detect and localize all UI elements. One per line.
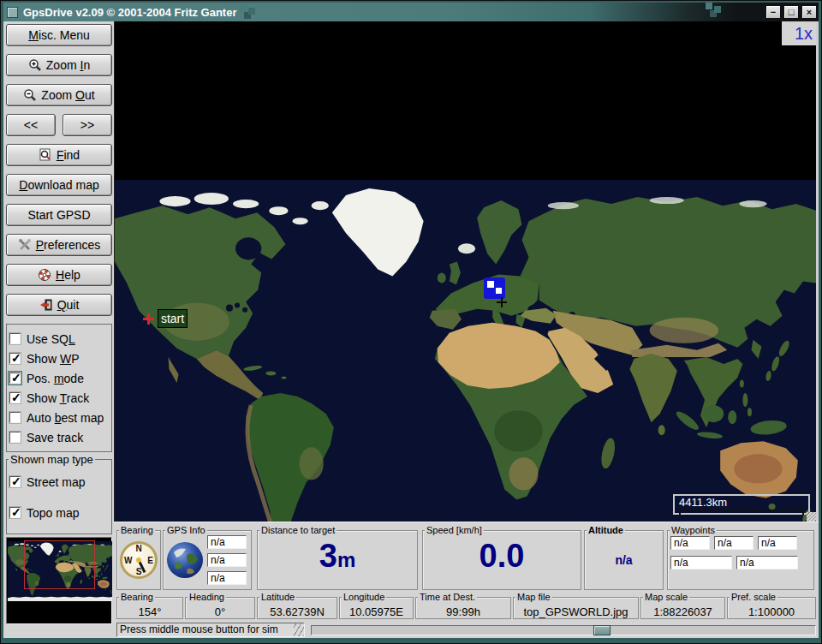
zoom-out-button[interactable]: Zoom Out xyxy=(6,84,112,106)
statusbar-message: Press middle mouse button for sim mode xyxy=(116,623,305,637)
checkbox-show-track[interactable]: Show Track xyxy=(9,388,109,408)
compass-icon: N E S W xyxy=(120,541,158,579)
position-cross-icon xyxy=(497,297,507,307)
misc-menu-button[interactable]: Misc. Menu xyxy=(6,24,112,46)
speed-value: 0.0 xyxy=(423,531,581,589)
find-button[interactable]: Find xyxy=(6,144,112,166)
world-map-image xyxy=(115,180,817,522)
checkbox-box xyxy=(9,373,21,384)
find-icon xyxy=(39,148,52,162)
start-gpsd-button[interactable]: Start GPSD xyxy=(6,204,112,226)
scale-line xyxy=(679,510,804,512)
titlebar-artifact xyxy=(240,4,247,11)
checkbox-auto-best-map[interactable]: Auto best map xyxy=(9,408,109,427)
minimap-viewport-rect xyxy=(24,540,95,589)
gps-info-frame: GPS Info n/a xyxy=(163,530,252,590)
scale-text: 4411.3km xyxy=(679,496,727,509)
zoom-out-icon xyxy=(23,88,37,102)
quit-door-icon xyxy=(39,298,53,312)
minimap-preview[interactable] xyxy=(6,537,112,624)
info-latitude-value: 53.62739N xyxy=(270,605,325,618)
gpsdrive-window: GpsDrive v2.09 © 2001-2004 Fritz Ganter … xyxy=(0,0,822,644)
bearing-frame: Bearing N E S W xyxy=(116,530,161,590)
info-longitude-frame: Longitude 10.05975E xyxy=(339,597,414,619)
info-map-scale-value: 1:88226037 xyxy=(653,605,712,618)
minimize-button[interactable]: − xyxy=(765,5,781,19)
group-title: Shown map type xyxy=(9,453,95,466)
map-area[interactable]: 1x start 4411.3km xyxy=(114,21,819,522)
info-latitude-frame: Latitude 53.62739N xyxy=(257,597,337,619)
map-scale-bar: 4411.3km xyxy=(673,494,810,515)
checkbox-pos-mode[interactable]: Pos. mode xyxy=(9,368,109,388)
gps-field-2[interactable]: n/a xyxy=(207,553,247,567)
zoom-in-icon xyxy=(28,58,42,72)
quit-button[interactable]: Quit xyxy=(6,294,112,316)
download-map-button[interactable]: Download map xyxy=(6,174,112,196)
altitude-frame: Altitude n/a xyxy=(584,530,664,590)
checkbox-use-sql[interactable]: Use SQL xyxy=(9,329,109,349)
info-map-file-frame: Map file top_GPSWORLD.jpg xyxy=(513,597,639,619)
info-bearing-frame: Bearing 154° xyxy=(116,597,183,619)
gps-field-1[interactable]: n/a xyxy=(207,535,247,549)
resize-grip[interactable] xyxy=(807,512,816,522)
compass-hub xyxy=(136,558,141,563)
window-menu-icon[interactable] xyxy=(7,7,18,18)
altitude-value: n/a xyxy=(615,553,632,567)
options-checkbox-group: Use SQL Show WP Pos. mode Show Track Aut… xyxy=(6,324,112,452)
waypoint-field-3[interactable]: n/a xyxy=(758,536,797,550)
info-bearing-value: 154° xyxy=(139,605,162,618)
waypoint-field-4[interactable]: n/a xyxy=(670,556,732,569)
info-map-file-value: top_GPSWORLD.jpg xyxy=(523,605,628,618)
checkbox-show-wp[interactable]: Show WP xyxy=(9,349,109,368)
start-waypoint-marker xyxy=(143,313,154,325)
checkbox-box xyxy=(9,432,21,443)
window-title: GpsDrive v2.09 © 2001-2004 Fritz Ganter xyxy=(23,6,236,19)
preferences-icon xyxy=(18,238,32,252)
sim-mode-slider[interactable] xyxy=(311,625,816,635)
help-lifebuoy-icon xyxy=(38,268,51,282)
sidebar: Misc. Menu Zoom In Zoom Out << >> xyxy=(3,21,114,638)
titlebar-artifact xyxy=(706,3,712,9)
info-heading-frame: Heading 0° xyxy=(185,597,255,619)
status-panel: Bearing N E S W GPS Info xyxy=(114,522,819,638)
checkbox-save-track[interactable]: Save track xyxy=(9,427,109,447)
info-map-scale-frame: Map scale 1:88226037 xyxy=(640,597,725,619)
checkbox-box xyxy=(9,353,21,364)
info-longitude-value: 10.05975E xyxy=(349,605,403,618)
start-waypoint-label: start xyxy=(158,309,188,328)
info-heading-value: 0° xyxy=(215,605,225,618)
waypoint-field-1[interactable]: n/a xyxy=(670,536,710,550)
speed-frame: Speed [km/h] 0.0 xyxy=(422,530,581,590)
shown-map-type-group: Shown map type Street map Topo map xyxy=(6,459,112,534)
checkbox-street-map[interactable]: Street map xyxy=(9,472,109,492)
waypoints-frame: Waypoints n/a n/a n/a n/a n/a xyxy=(667,530,814,590)
waypoint-field-5[interactable]: n/a xyxy=(736,556,798,569)
next-map-button[interactable]: >> xyxy=(63,114,112,136)
distance-to-target-frame: Distance to target 3m xyxy=(257,530,418,590)
checkbox-box xyxy=(9,412,21,423)
maximize-button[interactable]: □ xyxy=(783,5,799,19)
info-time-value: 99:99h xyxy=(446,605,480,618)
close-button[interactable]: × xyxy=(801,5,817,19)
zoom-level-badge: 1x xyxy=(782,21,816,45)
checkbox-topo-map[interactable]: Topo map xyxy=(9,503,109,522)
position-marker-icon xyxy=(484,277,505,299)
globe-icon xyxy=(165,540,205,580)
info-pref-scale-value: 1:100000 xyxy=(748,605,795,618)
preferences-button[interactable]: Preferences xyxy=(6,234,112,256)
distance-value: 3m xyxy=(258,531,417,589)
zoom-in-button[interactable]: Zoom In xyxy=(6,54,112,76)
slider-handle[interactable] xyxy=(593,625,611,635)
gps-field-3[interactable]: n/a xyxy=(207,571,247,585)
help-button[interactable]: Help xyxy=(6,264,112,286)
info-pref-scale-frame: Pref. scale 1:100000 xyxy=(727,597,816,619)
prev-map-button[interactable]: << xyxy=(6,114,56,136)
checkbox-box xyxy=(9,333,21,344)
waypoint-field-2[interactable]: n/a xyxy=(714,536,754,550)
checkbox-box xyxy=(9,507,21,518)
info-time-at-dest-frame: Time at Dest. 99:99h xyxy=(415,597,511,619)
checkbox-box xyxy=(9,476,21,487)
titlebar[interactable]: GpsDrive v2.09 © 2001-2004 Fritz Ganter … xyxy=(3,3,819,21)
checkbox-box xyxy=(9,392,21,403)
